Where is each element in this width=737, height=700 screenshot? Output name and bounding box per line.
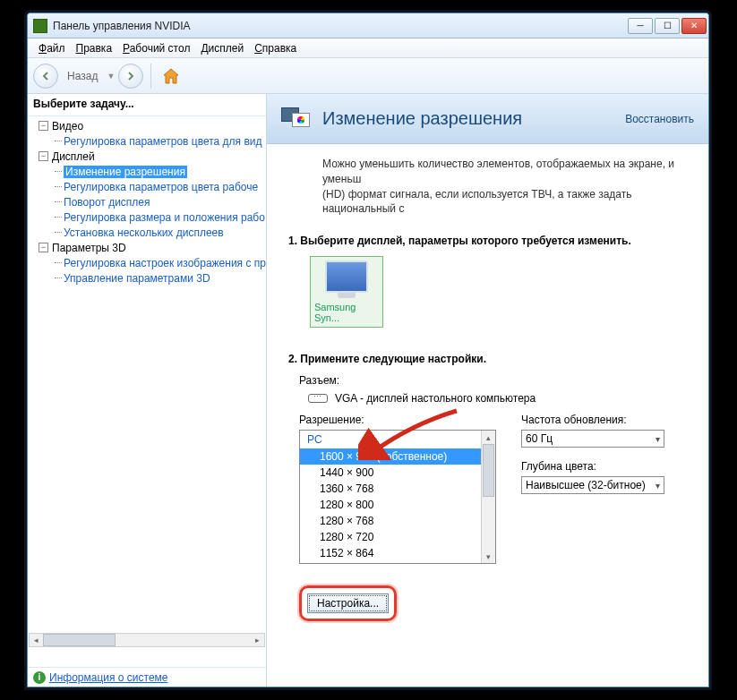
tree-cat-3d[interactable]: −Параметры 3D [28,240,266,255]
menu-edit[interactable]: Правка [71,40,118,56]
scroll-left-icon[interactable]: ◂ [30,634,43,646]
refresh-rate-combo[interactable]: 60 Гц [521,430,664,448]
resolution-listbox[interactable]: PC 1600 × 900 (собственное) 1440 × 900 1… [299,430,496,564]
menu-file[interactable]: Файл [33,40,71,56]
close-button[interactable]: ✕ [681,18,707,34]
system-info-link[interactable]: Информация о системе [49,671,167,684]
resolution-header-icon [281,106,313,132]
window-title: Панель управления NVIDIA [53,20,626,32]
customize-button[interactable]: Настройка... [307,593,389,613]
scroll-thumb[interactable] [483,444,494,497]
forward-button[interactable] [118,64,143,89]
tree-item-manage-3d[interactable]: Управление параметрами 3D [28,270,266,286]
scroll-up-icon[interactable]: ▴ [482,431,495,444]
scroll-thumb[interactable] [43,634,116,646]
page-description: Можно уменьшить количество элементов, от… [322,157,694,217]
scroll-down-icon[interactable]: ▾ [482,550,495,563]
nvidia-icon [33,19,47,33]
toolbar-separator [150,64,151,89]
resolution-option[interactable]: 1600 × 900 (собственное) [300,448,495,465]
color-depth-combo[interactable]: Наивысшее (32-битное) [521,476,664,494]
toolbar: Назад ▼ [28,58,708,94]
tree-header: Выберите задачу... [28,94,266,116]
resolution-option[interactable]: 1152 × 864 [300,545,495,561]
connector-label: Разъем: [299,374,694,387]
tree-cat-display[interactable]: −Дисплей [28,149,266,164]
depth-label: Глубина цвета: [521,460,664,473]
tree-item-desktop-color[interactable]: Регулировка параметров цвета рабоче [28,179,266,194]
collapse-icon[interactable]: − [39,121,48,131]
resolution-option[interactable]: 1280 × 720 [300,529,495,545]
tree-item-adjust-size-position[interactable]: Регулировка размера и положения рабо [28,209,266,225]
refresh-label: Частота обновления: [521,414,664,426]
collapse-icon[interactable]: − [39,243,48,252]
resolution-option[interactable]: 1360 × 768 [300,481,495,497]
resolution-option[interactable]: 1440 × 900 [300,465,495,481]
tree-footer: i Информация о системе [28,667,266,687]
step1-heading: 1. Выберите дисплей, параметры которого … [288,235,694,247]
content-pane: Изменение разрешения Восстановить Можно … [267,94,708,687]
resolution-label: Разрешение: [299,414,496,426]
page-title: Изменение разрешения [322,108,625,129]
menubar: Файл Правка Рабочий стол Дисплей Справка [28,38,708,58]
resolution-option[interactable]: 1280 × 768 [300,513,495,529]
nvidia-control-panel-window: Панель управления NVIDIA ─ ☐ ✕ Файл Прав… [27,13,709,687]
connector-value: VGA - дисплей настольного компьютера [335,392,536,405]
scroll-right-icon[interactable]: ▸ [251,634,264,646]
tree-horizontal-scrollbar[interactable]: ◂ ▸ [29,633,265,647]
back-dropdown-icon[interactable]: ▼ [107,72,115,81]
back-label: Назад [62,70,103,82]
home-button[interactable] [159,64,184,89]
resolution-option[interactable]: 1280 × 800 [300,497,495,513]
tree-item-video-color[interactable]: Регулировка параметров цвета для вид [28,133,266,149]
display-name: Samsung Syn... [314,302,379,323]
connector-field: Разъем: [299,374,694,387]
collapse-icon[interactable]: − [39,151,48,161]
resolution-group-pc: PC [300,431,495,448]
config-button-highlight: Настройка... [299,585,397,621]
step2-heading: 2. Примените следующие настройки. [288,353,694,365]
titlebar[interactable]: Панель управления NVIDIA ─ ☐ ✕ [28,13,708,38]
menu-help[interactable]: Справка [249,40,302,56]
task-tree-pane: Выберите задачу... −Видео Регулировка па… [28,94,267,687]
tree-cat-video[interactable]: −Видео [28,118,266,133]
info-icon: i [33,671,46,684]
monitor-icon [325,260,368,293]
listbox-scrollbar[interactable]: ▴ ▾ [481,431,495,563]
back-button[interactable] [33,64,58,89]
minimize-button[interactable]: ─ [628,18,653,34]
tree-item-image-settings-preview[interactable]: Регулировка настроек изображения с пр [28,255,266,270]
maximize-button[interactable]: ☐ [655,18,680,34]
menu-display[interactable]: Дисплей [195,40,249,56]
tree-item-rotate-display[interactable]: Поворот дисплея [28,194,266,209]
tree-item-multiple-displays[interactable]: Установка нескольких дисплеев [28,225,266,240]
display-selector[interactable]: Samsung Syn... [310,256,383,328]
vga-icon [308,394,328,403]
restore-link[interactable]: Восстановить [625,113,694,125]
page-header: Изменение разрешения Восстановить [267,94,708,144]
tree-item-change-resolution[interactable]: Изменение разрешения [28,164,266,179]
menu-desktop[interactable]: Рабочий стол [117,40,195,56]
